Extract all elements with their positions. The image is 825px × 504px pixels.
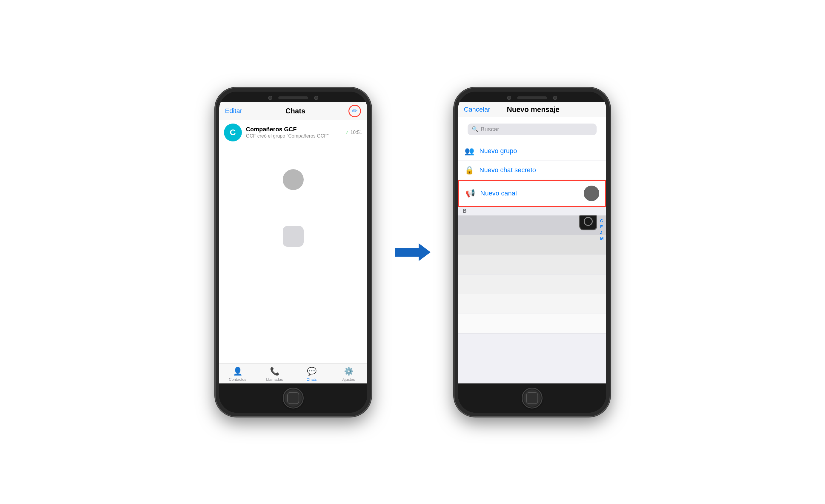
- speaker-1: [278, 96, 308, 99]
- avatar-gcf: C: [224, 123, 242, 142]
- chat-item-gcf[interactable]: C Compañeros GCF GCF creó el grupo "Comp…: [219, 120, 367, 145]
- nuevo-canal-label: Nuevo canal: [480, 189, 517, 197]
- compose-icon: ✏: [352, 107, 357, 115]
- chat-time-gcf: ✓ 10:51: [345, 130, 362, 135]
- menu-nuevo-chat-secreto[interactable]: 🔒 Nuevo chat secreto: [458, 161, 606, 180]
- contact-row-6: [458, 314, 606, 334]
- camera-1b: [314, 96, 318, 100]
- menu-section: 👥 Nuevo grupo 🔒 Nuevo chat secreto 📢 Nue…: [458, 142, 606, 207]
- nuevo-mensaje-title: Nuevo mensaje: [507, 105, 559, 114]
- llamadas-icon: 📞: [270, 367, 280, 376]
- phone-top-bar-1: [219, 92, 367, 102]
- screen-2: Cancelar Nuevo mensaje 🔍 Buscar: [458, 102, 606, 384]
- camera-2: [507, 96, 511, 100]
- cursor-dot: [584, 186, 599, 201]
- home-button-inner-1: [287, 392, 299, 404]
- nuevo-header: Cancelar Nuevo mensaje: [458, 102, 606, 117]
- chat-preview-gcf: GCF creó el grupo "Compañeros GCF": [246, 134, 341, 139]
- section-letter-b: B: [458, 207, 606, 216]
- chat-list: C Compañeros GCF GCF creó el grupo "Comp…: [219, 120, 367, 363]
- menu-nuevo-grupo[interactable]: 👥 Nuevo grupo: [458, 142, 606, 161]
- contactos-label: Contactos: [229, 377, 246, 382]
- nuevo-grupo-label: Nuevo grupo: [479, 147, 517, 155]
- contactos-icon: 👤: [233, 367, 242, 376]
- contacts-area: C E J M: [458, 216, 606, 384]
- chat-name-gcf: Compañeros GCF: [246, 126, 341, 133]
- black-circle-icon: [579, 216, 597, 230]
- home-button-2[interactable]: [522, 388, 542, 409]
- tab-contactos[interactable]: 👤 Contactos: [219, 367, 256, 382]
- phone-2: Cancelar Nuevo mensaje 🔍 Buscar: [454, 88, 610, 416]
- tab-chats[interactable]: 💬 Chats: [293, 367, 330, 382]
- camera-1: [268, 96, 272, 100]
- screen-1: Editar Chats ✏ C Compañeros GCF GCF creó…: [219, 102, 367, 384]
- contact-row-4: [458, 274, 606, 294]
- menu-nuevo-canal[interactable]: 📢 Nuevo canal: [458, 180, 606, 207]
- nuevo-canal-icon: 📢: [465, 189, 476, 198]
- black-circle-inner: [584, 217, 593, 226]
- svg-marker-0: [395, 243, 431, 261]
- llamadas-label: Llamadas: [266, 377, 283, 382]
- contact-row-2: [458, 235, 606, 255]
- nuevo-chat-secreto-icon: 🔒: [464, 166, 475, 175]
- tab-llamadas[interactable]: 📞 Llamadas: [256, 367, 293, 382]
- tab-bar-1: 👤 Contactos 📞 Llamadas 💬 Chats ⚙️ Ajuste…: [219, 363, 367, 384]
- arrow-icon: [395, 243, 431, 261]
- square-indicator: [283, 226, 304, 247]
- cancel-button[interactable]: Cancelar: [464, 106, 490, 113]
- phone-1-inner: Editar Chats ✏ C Compañeros GCF GCF creó…: [219, 92, 367, 413]
- chats-label: Chats: [307, 377, 317, 382]
- home-button-inner-2: [526, 392, 538, 404]
- home-button-area-1: [219, 384, 367, 413]
- tab-ajustes[interactable]: ⚙️ Ajustes: [330, 367, 367, 382]
- contact-row-3: [458, 255, 606, 274]
- ajustes-label: Ajustes: [342, 377, 355, 382]
- phone-1: Editar Chats ✏ C Compañeros GCF GCF creó…: [216, 88, 371, 416]
- chats-title: Chats: [286, 107, 305, 115]
- nuevo-chat-secreto-label: Nuevo chat secreto: [479, 166, 536, 174]
- nuevo-mensaje-screen: Cancelar Nuevo mensaje 🔍 Buscar: [458, 102, 606, 384]
- sidebar-letters: C E J M: [600, 219, 604, 241]
- search-placeholder: Buscar: [481, 126, 499, 133]
- home-button-area-2: [458, 384, 606, 413]
- sidebar-letter-c: C: [600, 219, 604, 223]
- search-bar[interactable]: 🔍 Buscar: [468, 123, 597, 135]
- chat-info-gcf: Compañeros GCF GCF creó el grupo "Compañ…: [246, 126, 341, 139]
- nav-bar-1: Editar Chats ✏: [219, 102, 367, 120]
- scene: Editar Chats ✏ C Compañeros GCF GCF creó…: [0, 0, 825, 504]
- check-icon: ✓: [345, 130, 349, 135]
- edit-button[interactable]: Editar: [225, 107, 242, 115]
- tap-indicator: [283, 169, 304, 190]
- sidebar-letter-j: J: [600, 230, 604, 235]
- chats-icon: 💬: [307, 367, 316, 376]
- phone-2-inner: Cancelar Nuevo mensaje 🔍 Buscar: [458, 92, 606, 413]
- phone-top-bar-2: [458, 92, 606, 102]
- arrow-container: [395, 243, 431, 261]
- search-icon: 🔍: [472, 126, 478, 133]
- home-button-1[interactable]: [283, 388, 304, 409]
- nuevo-grupo-icon: 👥: [464, 147, 475, 156]
- ajustes-icon: ⚙️: [344, 367, 354, 376]
- camera-2b: [553, 96, 557, 100]
- contact-row-5: [458, 294, 606, 314]
- sidebar-letter-e: E: [600, 225, 604, 229]
- sidebar-letter-m: M: [600, 236, 604, 241]
- compose-button[interactable]: ✏: [349, 105, 361, 117]
- speaker-2: [517, 96, 547, 99]
